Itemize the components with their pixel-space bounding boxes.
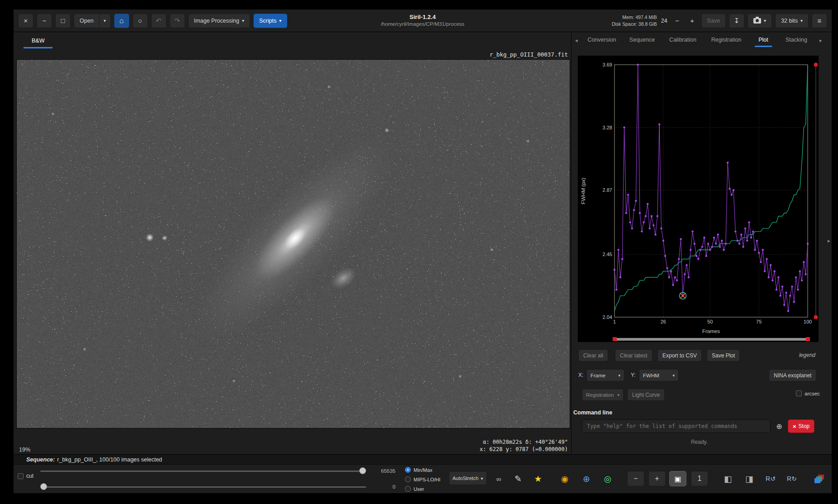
siril-app: × − □ Open ▾ ⌂ ○ ↶ ↷ Image Processing ▾ … — [0, 0, 838, 504]
cut-checkbox[interactable] — [18, 473, 24, 479]
svg-text:2.04: 2.04 — [603, 314, 612, 320]
plus-icon: + — [690, 17, 694, 24]
clear-all-button[interactable]: Clear all — [578, 349, 608, 361]
window-title-block: Siril-1.2.4 /home/cyril/Images/CP/M31/pr… — [381, 14, 465, 28]
scripts-label: Scripts — [259, 18, 276, 24]
link-channels-button[interactable]: ∞ — [490, 470, 507, 487]
redo-button[interactable]: ↷ — [170, 14, 185, 28]
y-axis-label: Y: — [631, 372, 636, 378]
save-as-button[interactable]: ↧ — [729, 14, 744, 28]
image-processing-button[interactable]: Image Processing ▾ — [188, 14, 250, 28]
arcsec-checkbox[interactable] — [796, 390, 802, 396]
mips-radio[interactable] — [405, 476, 411, 482]
cursor-coordinates: α: 00h28m22s δ: +40°26'49" x: 6228 y: 07… — [480, 438, 568, 453]
grayscale-view-button[interactable]: ○ — [133, 14, 148, 28]
slider-track[interactable] — [40, 486, 366, 488]
zoom-level: 19% — [19, 447, 30, 453]
user-radio[interactable] — [405, 486, 411, 492]
tab-calibration[interactable]: Calibration — [668, 37, 697, 47]
clear-latest-button[interactable]: Clear latest — [615, 349, 652, 361]
minimize-button[interactable]: − — [37, 14, 52, 28]
maximize-button[interactable]: □ — [55, 14, 71, 28]
photometry-button[interactable]: ◉ — [556, 470, 573, 487]
close-icon: × — [24, 17, 28, 24]
celestial-coordinates: α: 00h28m22s δ: +40°26'49" — [480, 438, 568, 446]
command-input[interactable] — [582, 419, 771, 433]
tab-stacking[interactable]: Stacking — [785, 37, 808, 47]
command-help-button[interactable]: ⊕ — [773, 419, 785, 433]
save-label: Save — [707, 18, 720, 24]
svg-text:FWHM (px): FWHM (px) — [581, 177, 586, 204]
panel-collapse-icon[interactable]: ▸ — [828, 238, 830, 244]
open-button[interactable]: Open — [74, 14, 99, 28]
high-level-slider[interactable] — [40, 467, 366, 475]
pixel-coordinates: x: 6228 y: 0787 (=0.000000) — [480, 446, 568, 453]
tab-registration[interactable]: Registration — [710, 37, 743, 47]
mirror-y-button[interactable]: ◨ — [741, 470, 758, 487]
y-axis-dropdown[interactable]: FWHM ▾ — [639, 369, 679, 381]
undo-button[interactable]: ↶ — [151, 14, 167, 28]
arcsec-label: arcsec — [805, 391, 820, 396]
tabs-scroll-right-icon[interactable]: ▸ — [819, 38, 822, 43]
home-button[interactable]: ⌂ — [114, 14, 129, 28]
scripts-button[interactable]: Scripts ▾ — [253, 14, 287, 28]
nina-exoplanet-button[interactable]: NINA exoplanet — [769, 369, 816, 381]
low-level-slider[interactable] — [40, 483, 366, 490]
astrometry-button[interactable]: ⊕ — [578, 470, 595, 487]
rotate-left-button[interactable]: R↺ — [762, 470, 779, 487]
tab-sequence[interactable]: Sequence — [628, 37, 656, 47]
open-button-group: Open ▾ — [74, 14, 111, 28]
svg-text:Frames: Frames — [702, 328, 720, 334]
tab-conversion[interactable]: Conversion — [586, 37, 617, 47]
mirror-x-button[interactable]: ◧ — [719, 470, 737, 487]
x-axis-dropdown[interactable]: Frame ▾ — [586, 369, 624, 381]
command-line-heading: Command line — [573, 409, 612, 416]
zoom-out-button[interactable]: − — [627, 471, 644, 486]
bit-depth-dropdown[interactable]: 32 bits ▾ — [775, 14, 809, 28]
open-dropdown-button[interactable]: ▾ — [99, 14, 111, 28]
decrease-threads-button[interactable]: − — [671, 14, 683, 28]
sequence-label: Sequence: — [26, 456, 55, 463]
zoom-in-button[interactable]: + — [648, 471, 666, 486]
titlebar: × − □ Open ▾ ⌂ ○ ↶ ↷ Image Processing ▾ … — [14, 10, 832, 32]
tabs-scroll-left-icon[interactable]: ◂ — [575, 38, 578, 43]
status-text: Ready. — [571, 439, 827, 445]
low-level-value: 0 — [369, 484, 395, 490]
stop-button[interactable]: × Stop — [788, 419, 814, 433]
pick-star-button[interactable]: ✎ — [509, 470, 527, 487]
minmax-radio[interactable] — [405, 467, 411, 473]
display-stretch-bar: cut 65535 0 Min/Max MIPS-LO/HI User Auto… — [14, 464, 832, 493]
export-csv-button[interactable]: Export to CSV — [657, 349, 702, 361]
panel-tab-bar: ◂ Conversion Sequence Calibration Regist… — [571, 33, 827, 48]
high-level-handle[interactable] — [359, 467, 366, 474]
close-button[interactable]: × — [18, 14, 33, 28]
light-curve-button[interactable]: Light Curve — [627, 389, 665, 401]
registration-target-button[interactable]: ◎ — [599, 470, 616, 487]
tab-bw[interactable]: B&W — [24, 35, 52, 48]
stretch-mode-dropdown[interactable]: AutoStretch ▾ — [449, 471, 487, 485]
app-title: Siril-1.2.4 — [381, 14, 465, 21]
tab-plot[interactable]: Plot — [757, 37, 769, 47]
low-level-handle[interactable] — [40, 483, 47, 490]
registration-dropdown[interactable]: Registration ▾ — [582, 389, 624, 401]
save-button[interactable]: Save — [701, 14, 726, 28]
image-filename: r_bkg_pp_OIII_00037.fit — [490, 51, 568, 58]
snapshot-button[interactable]: ▾ — [748, 14, 772, 28]
mips-label: MIPS-LO/HI — [414, 477, 440, 482]
star-detection-button[interactable]: ★ — [529, 470, 547, 487]
slider-track[interactable] — [40, 471, 366, 472]
stretch-mode-label: AutoStretch — [452, 475, 478, 481]
fwhm-plot[interactable]: 3.693.282.872.452.041265075100FramesFWHM… — [578, 56, 819, 342]
increase-threads-button[interactable]: + — [686, 14, 698, 28]
image-viewport[interactable] — [16, 59, 570, 428]
save-plot-button[interactable]: Save Plot — [707, 349, 740, 361]
zoom-one-button[interactable]: 1 — [691, 471, 708, 486]
zoom-fit-button[interactable]: ▣ — [669, 471, 686, 486]
menu-button[interactable]: ≡ — [812, 14, 827, 28]
high-level-value: 65535 — [369, 468, 395, 474]
rotate-right-button[interactable]: R↻ — [783, 470, 800, 487]
camera-icon — [753, 18, 761, 24]
rgb-composition-button[interactable] — [811, 470, 828, 487]
system-info: Mem: 497.4 MiB Disk Space: 38.8 GiB — [612, 14, 657, 27]
mirror-y-icon: ◨ — [745, 474, 753, 484]
